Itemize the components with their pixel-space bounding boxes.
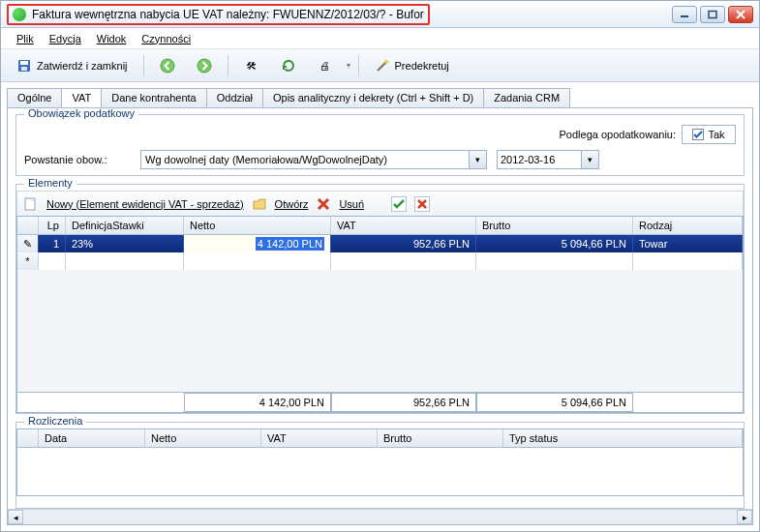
tabstrip: Ogólne VAT Dane kontrahenta Oddział Opis… (7, 86, 753, 107)
menubar: Plik Edycja Widok Czynności (1, 28, 759, 49)
grid-new-row[interactable]: * (17, 252, 743, 270)
window-buttons (672, 6, 753, 23)
legend-settlements: Rozliczenia (24, 415, 86, 427)
horizontal-scrollbar[interactable]: ◂ ▸ (8, 509, 752, 524)
refresh-icon (281, 58, 296, 74)
elements-toolbar: Nowy (Element ewidencji VAT - sprzedaż) … (16, 191, 744, 216)
check-green-icon[interactable] (391, 196, 407, 212)
predecree-label: Predekretuj (395, 60, 449, 72)
close-button[interactable] (728, 6, 753, 23)
settlements-grid[interactable]: Data Netto VAT Brutto Typ status (16, 429, 744, 496)
open-icon (252, 196, 267, 212)
tab-ogolne[interactable]: Ogólne (7, 88, 62, 107)
print-icon: 🖨 (318, 58, 333, 74)
svg-point-7 (161, 59, 174, 73)
window-title: Faktura wewnętrzna nabycia UE VAT należn… (32, 8, 424, 21)
grid-header: Lp DefinicjaStawki Netto VAT Brutto Rodz… (17, 217, 743, 235)
arrow-left-icon (160, 58, 175, 74)
grid-footer: 4 142,00 PLN 952,66 PLN 5 094,66 PLN (17, 392, 743, 412)
col-s-vat[interactable]: VAT (261, 429, 378, 447)
nav-back-button[interactable] (152, 54, 183, 77)
fieldset-elements: Elementy Nowy (Element ewidencji VAT - s… (15, 184, 745, 414)
save-icon (16, 58, 32, 74)
origin-label: Powstanie obow.: (24, 154, 131, 165)
col-netto[interactable]: Netto (184, 217, 331, 234)
tab-oddzial[interactable]: Oddział (206, 88, 263, 107)
svg-point-8 (198, 59, 211, 73)
footer-vat: 952,66 PLN (331, 393, 476, 412)
subject-value: Tak (708, 129, 724, 140)
fieldset-tax-duty: Obowiązek podatkowy Podlega opodatkowani… (15, 114, 745, 176)
open-button[interactable]: Otwórz (275, 198, 309, 210)
col-data[interactable]: Data (39, 429, 145, 447)
menu-widok[interactable]: Widok (91, 31, 133, 46)
origin-select[interactable]: ▾ (140, 150, 487, 169)
nav-forward-button[interactable] (189, 54, 220, 77)
titlebar-highlight: Faktura wewnętrzna nabycia UE VAT należn… (7, 4, 430, 25)
row-indicator-edit-icon: ✎ (17, 235, 39, 252)
footer-brutto: 5 094,66 PLN (476, 393, 633, 412)
save-close-label: Zatwierdź i zamknij (37, 60, 128, 72)
save-close-button[interactable]: Zatwierdź i zamknij (9, 54, 136, 77)
fieldset-settlements: Rozliczenia Data Netto VAT Brutto Typ st… (15, 422, 745, 509)
col-lp[interactable]: Lp (39, 217, 66, 234)
col-s-netto[interactable]: Netto (145, 429, 261, 447)
app-icon (13, 8, 26, 21)
legend-tax-duty: Obowiązek podatkowy (24, 107, 138, 119)
tools-icon: 🛠 (244, 58, 259, 74)
refresh-button[interactable] (273, 54, 304, 77)
tabpanel-vat: Obowiązek podatkowy Podlega opodatkowani… (7, 107, 753, 525)
date-input[interactable]: ▾ (497, 150, 599, 169)
titlebar: Faktura wewnętrzna nabycia UE VAT należn… (1, 1, 759, 28)
client-area: Ogólne VAT Dane kontrahenta Oddział Opis… (1, 82, 759, 531)
tab-dane-kontrahenta[interactable]: Dane kontrahenta (101, 88, 206, 107)
cancel-red-icon[interactable] (414, 196, 430, 212)
app-window: Faktura wewnętrzna nabycia UE VAT należn… (0, 0, 760, 532)
scroll-right-icon[interactable]: ▸ (737, 510, 752, 524)
svg-rect-1 (709, 11, 716, 17)
tab-zadania-crm[interactable]: Zadania CRM (483, 88, 570, 107)
grid-row[interactable]: ✎ 1 23% 4 142,00 PLN 952,66 PLN 5 094,66… (17, 235, 743, 252)
menu-edycja[interactable]: Edycja (44, 31, 87, 46)
delete-button[interactable]: Usuń (339, 198, 364, 210)
print-button[interactable]: 🖨 (310, 54, 341, 77)
footer-netto: 4 142,00 PLN (184, 393, 331, 412)
row-indicator-new-icon: * (17, 252, 39, 270)
elements-grid[interactable]: Lp DefinicjaStawki Netto VAT Brutto Rodz… (16, 216, 744, 413)
grid-empty-area (17, 270, 743, 392)
dropdown-icon[interactable]: ▾ (470, 150, 487, 169)
toolbar: Zatwierdź i zamknij 🛠 🖨 ▾ Predekretuj (1, 49, 759, 82)
delete-icon (316, 196, 331, 212)
svg-rect-6 (21, 67, 27, 71)
new-element-button[interactable]: Nowy (Element ewidencji VAT - sprzedaż) (46, 198, 244, 210)
col-s-brutto[interactable]: Brutto (378, 429, 503, 447)
scroll-left-icon[interactable]: ◂ (8, 510, 23, 524)
tab-vat[interactable]: VAT (61, 88, 102, 107)
subject-checkbox[interactable]: Tak (682, 125, 736, 144)
menu-plik[interactable]: Plik (11, 31, 40, 46)
col-def[interactable]: DefinicjaStawki (66, 217, 184, 234)
subject-label: Podlega opodatkowaniu: (560, 129, 676, 140)
new-icon (23, 196, 39, 212)
tools-button[interactable]: 🛠 (236, 54, 267, 77)
cell-netto-editing[interactable]: 4 142,00 PLN (184, 235, 331, 252)
col-s-typ[interactable]: Typ status (503, 429, 743, 447)
calendar-dropdown-icon[interactable]: ▾ (582, 150, 599, 169)
check-icon (692, 129, 704, 140)
menu-czynnosci[interactable]: Czynności (136, 31, 197, 46)
col-vat[interactable]: VAT (331, 217, 476, 234)
wand-icon (375, 58, 390, 74)
tab-opis-analityczny[interactable]: Opis analityczny i dekrety (Ctrl + Shift… (262, 88, 484, 107)
col-brutto[interactable]: Brutto (476, 217, 633, 234)
svg-rect-5 (20, 61, 28, 65)
maximize-button[interactable] (700, 6, 725, 23)
svg-line-9 (378, 63, 385, 71)
arrow-right-icon (197, 58, 212, 74)
col-rodzaj[interactable]: Rodzaj (633, 217, 743, 234)
predecree-button[interactable]: Predekretuj (367, 54, 457, 77)
legend-elements: Elementy (24, 177, 76, 189)
minimize-button[interactable] (672, 6, 697, 23)
